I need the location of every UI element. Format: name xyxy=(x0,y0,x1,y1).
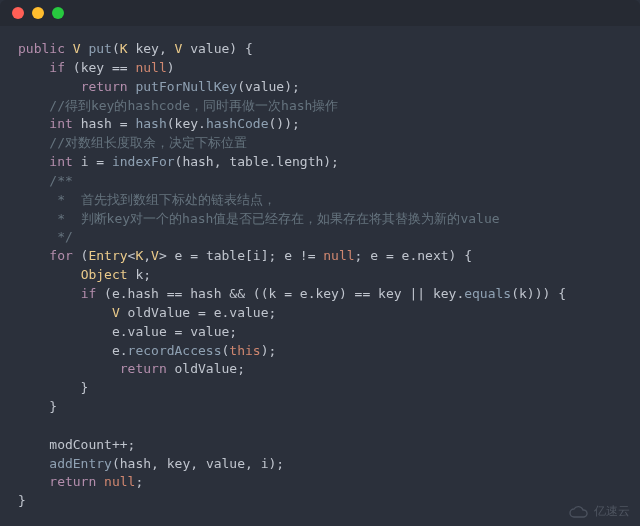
ident: length xyxy=(276,154,323,169)
null: null xyxy=(135,60,166,75)
null: null xyxy=(323,248,354,263)
keyword: return xyxy=(81,79,128,94)
method-call: indexFor xyxy=(112,154,175,169)
ident: next xyxy=(417,248,448,263)
keyword: for xyxy=(49,248,72,263)
comment: * 判断key对一个的hash值是否已经存在，如果存在将其替换为新的value xyxy=(49,211,499,226)
method-call: hash xyxy=(135,116,166,131)
keyword: return xyxy=(49,474,96,489)
ident: value xyxy=(229,305,268,320)
method-call: addEntry xyxy=(49,456,112,471)
ident: key xyxy=(135,41,158,56)
ident: e xyxy=(175,248,183,263)
method-call: recordAccess xyxy=(128,343,222,358)
ident: value xyxy=(128,324,167,339)
ident: value xyxy=(190,41,229,56)
ident: hash xyxy=(128,286,159,301)
type: K xyxy=(135,248,143,263)
ident: e xyxy=(112,343,120,358)
ident: k xyxy=(519,286,527,301)
type: Entry xyxy=(88,248,127,263)
keyword: int xyxy=(49,154,72,169)
ident: e xyxy=(214,305,222,320)
cloud-icon xyxy=(568,505,590,519)
minimize-icon[interactable] xyxy=(32,7,44,19)
ident: key xyxy=(433,286,456,301)
ident: hash xyxy=(81,116,112,131)
comment: */ xyxy=(49,229,72,244)
type: V xyxy=(73,41,81,56)
ident: hash xyxy=(120,456,151,471)
ident: key xyxy=(167,456,190,471)
keyword: if xyxy=(81,286,97,301)
ident: value xyxy=(206,456,245,471)
keyword: public xyxy=(18,41,65,56)
ident: k xyxy=(269,286,277,301)
ident: i xyxy=(261,456,269,471)
maximize-icon[interactable] xyxy=(52,7,64,19)
ident: modCount xyxy=(49,437,112,452)
ident: table xyxy=(229,154,268,169)
ident: value xyxy=(245,79,284,94)
keyword: return xyxy=(120,361,167,376)
code-block: public V put(K key, V value) { if (key =… xyxy=(0,26,640,525)
ident: k xyxy=(135,267,143,282)
method-call: equals xyxy=(464,286,511,301)
ident: key xyxy=(175,116,198,131)
type: V xyxy=(175,41,183,56)
ident: oldValue xyxy=(128,305,191,320)
comment: //得到key的hashcode，同时再做一次hash操作 xyxy=(49,98,338,113)
watermark-text: 亿速云 xyxy=(594,503,630,520)
ident: hash xyxy=(190,286,221,301)
ident: hash xyxy=(182,154,213,169)
ident: table xyxy=(206,248,245,263)
ident: key xyxy=(81,60,104,75)
keyword: if xyxy=(49,60,65,75)
type: Object xyxy=(81,267,128,282)
ident: e xyxy=(284,248,292,263)
method-name: put xyxy=(88,41,111,56)
ident: value xyxy=(190,324,229,339)
comment: /** xyxy=(49,173,72,188)
method-call: putForNullKey xyxy=(135,79,237,94)
type: V xyxy=(112,305,120,320)
ident: i xyxy=(253,248,261,263)
ident: i xyxy=(81,154,89,169)
ident: e xyxy=(300,286,308,301)
type: V xyxy=(151,248,159,263)
ident: e xyxy=(402,248,410,263)
comment: * 首先找到数组下标处的链表结点， xyxy=(49,192,275,207)
null: null xyxy=(104,474,135,489)
comment: //对数组长度取余，决定下标位置 xyxy=(49,135,247,150)
window-titlebar xyxy=(0,0,640,26)
ident: e xyxy=(112,286,120,301)
method-call: hashCode xyxy=(206,116,269,131)
ident: key xyxy=(315,286,338,301)
close-icon[interactable] xyxy=(12,7,24,19)
watermark: 亿速云 xyxy=(568,503,630,520)
ident: e xyxy=(112,324,120,339)
type: K xyxy=(120,41,128,56)
this: this xyxy=(229,343,260,358)
ident: oldValue xyxy=(175,361,238,376)
ident: key xyxy=(378,286,401,301)
ident: e xyxy=(370,248,378,263)
keyword: int xyxy=(49,116,72,131)
